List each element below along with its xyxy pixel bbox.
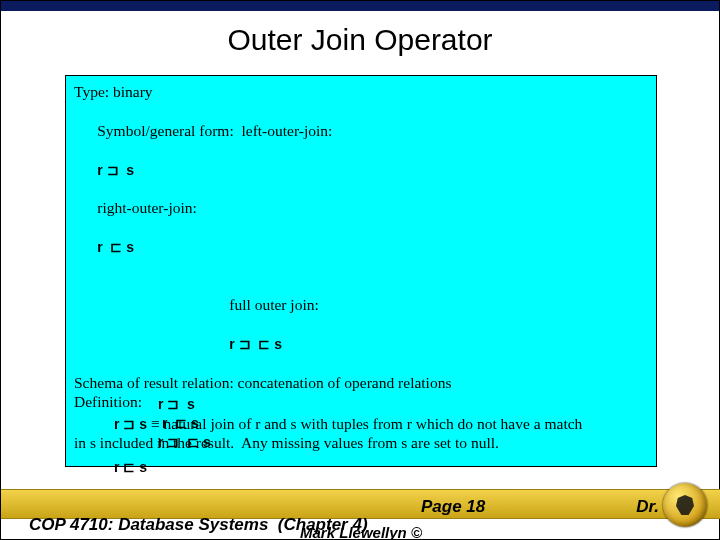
- symbol-line: Symbol/general form: left-outer-join: r …: [74, 101, 648, 276]
- symbol-left-label: Symbol/general form: left-outer-join:: [97, 122, 332, 139]
- footer: COP 4710: Database Systems (Chapter 4) P…: [1, 485, 720, 539]
- full-outer-join-symbol: r ⊐ ⊏ s: [229, 336, 282, 352]
- ucf-logo: [663, 483, 707, 527]
- footer-copyright: Mark Llewellyn ©: [300, 524, 422, 540]
- type-line: Type: binary: [74, 82, 648, 101]
- bottom-full-join: r ⊐ ⊏ s: [158, 433, 211, 452]
- footer-instructor: Dr.: [636, 497, 659, 517]
- logo-emblem: [676, 495, 694, 515]
- left-outer-join-symbol: r ⊐ s: [97, 162, 134, 178]
- symbol-right-label: right-outer-join:: [97, 199, 197, 216]
- bottom-left-join: r ⊐ s: [158, 395, 211, 414]
- footer-page: Page 18: [421, 497, 485, 517]
- full-join-label: full outer join:: [229, 296, 319, 313]
- slide-title: Outer Join Operator: [1, 11, 719, 63]
- bottom-symbol-group: r ⊐ s r ⊏ s r ⊐ ⊏ s: [158, 395, 211, 452]
- definition-text-1: ≡ natural join of r and s with tuples fr…: [151, 415, 582, 432]
- right-outer-join-symbol-2: r ⊏ s: [114, 459, 147, 475]
- content-box: Type: binary Symbol/general form: left-o…: [65, 75, 657, 467]
- top-accent-bar: [1, 1, 719, 11]
- right-outer-join-symbol: r ⊏ s: [97, 239, 134, 255]
- bottom-right-join: r ⊏ s: [158, 414, 211, 433]
- full-join-line: full outer join: r ⊐ ⊏ s: [206, 276, 648, 373]
- schema-line: Schema of result relation: concatenation…: [74, 373, 648, 392]
- definition-symbol: r ⊐ s: [114, 416, 147, 432]
- symbol-standalone-a: r ⊏ s: [114, 457, 648, 477]
